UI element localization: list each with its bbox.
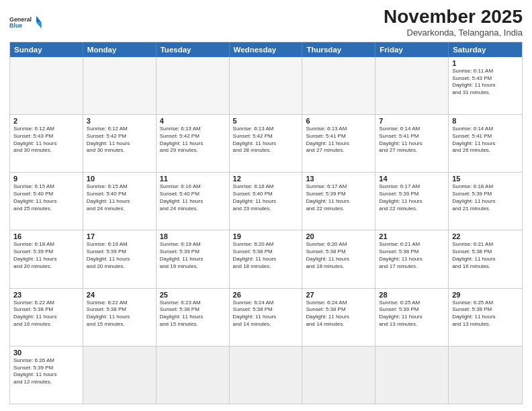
day-number: 21	[379, 232, 445, 240]
cal-cell-empty	[83, 347, 157, 404]
cal-row-0: 1Sunrise: 6:11 AMSunset: 5:43 PMDaylight…	[10, 57, 522, 114]
day-number: 4	[160, 117, 226, 125]
logo-svg: General Blue	[9, 9, 43, 35]
day-info: Sunrise: 6:21 AMSunset: 5:38 PMDaylight:…	[379, 241, 445, 270]
cal-cell-day-14: 14Sunrise: 6:17 AMSunset: 5:39 PMDayligh…	[375, 173, 449, 230]
cal-cell-day-7: 7Sunrise: 6:14 AMSunset: 5:41 PMDaylight…	[375, 115, 449, 172]
cal-cell-empty	[230, 347, 303, 404]
day-info: Sunrise: 6:18 AMSunset: 5:39 PMDaylight:…	[13, 241, 79, 270]
cal-cell-day-8: 8Sunrise: 6:14 AMSunset: 5:41 PMDaylight…	[449, 115, 522, 172]
day-info: Sunrise: 6:20 AMSunset: 5:38 PMDaylight:…	[233, 241, 299, 270]
day-number: 23	[13, 291, 79, 299]
day-number: 19	[233, 232, 299, 240]
cal-cell-day-13: 13Sunrise: 6:17 AMSunset: 5:39 PMDayligh…	[302, 173, 375, 230]
day-info: Sunrise: 6:19 AMSunset: 5:39 PMDaylight:…	[160, 241, 226, 270]
day-number: 28	[379, 291, 445, 299]
cal-cell-day-24: 24Sunrise: 6:22 AMSunset: 5:38 PMDayligh…	[83, 289, 157, 346]
day-info: Sunrise: 6:16 AMSunset: 5:40 PMDaylight:…	[233, 183, 299, 212]
day-info: Sunrise: 6:13 AMSunset: 5:42 PMDaylight:…	[160, 126, 226, 154]
cal-cell-empty	[302, 57, 375, 114]
day-number: 17	[87, 232, 152, 240]
cal-cell-day-29: 29Sunrise: 6:25 AMSunset: 5:39 PMDayligh…	[449, 289, 522, 346]
calendar: SundayMondayTuesdayWednesdayThursdayFrid…	[9, 42, 523, 404]
day-number: 26	[233, 291, 299, 299]
cal-cell-day-20: 20Sunrise: 6:20 AMSunset: 5:38 PMDayligh…	[302, 230, 375, 287]
day-info: Sunrise: 6:22 AMSunset: 5:38 PMDaylight:…	[87, 300, 152, 328]
day-number: 24	[87, 291, 152, 299]
day-info: Sunrise: 6:12 AMSunset: 5:43 PMDaylight:…	[13, 126, 79, 154]
day-info: Sunrise: 6:26 AMSunset: 5:39 PMDaylight:…	[13, 357, 79, 386]
day-info: Sunrise: 6:14 AMSunset: 5:41 PMDaylight:…	[379, 126, 445, 154]
day-info: Sunrise: 6:24 AMSunset: 5:38 PMDaylight:…	[233, 300, 299, 328]
cal-cell-empty	[302, 347, 375, 404]
calendar-header: SundayMondayTuesdayWednesdayThursdayFrid…	[10, 42, 522, 57]
day-number: 22	[452, 232, 519, 240]
cal-cell-day-19: 19Sunrise: 6:20 AMSunset: 5:38 PMDayligh…	[230, 230, 303, 287]
cal-cell-empty	[83, 57, 157, 114]
cal-header-monday: Monday	[83, 42, 157, 57]
day-info: Sunrise: 6:13 AMSunset: 5:42 PMDaylight:…	[233, 126, 299, 154]
cal-cell-day-23: 23Sunrise: 6:22 AMSunset: 5:38 PMDayligh…	[10, 289, 83, 346]
main-title: November 2025	[384, 7, 523, 28]
cal-header-sunday: Sunday	[10, 42, 83, 57]
day-info: Sunrise: 6:12 AMSunset: 5:42 PMDaylight:…	[87, 126, 152, 154]
day-number: 5	[233, 117, 299, 125]
cal-cell-day-28: 28Sunrise: 6:25 AMSunset: 5:39 PMDayligh…	[375, 289, 449, 346]
cal-cell-day-5: 5Sunrise: 6:13 AMSunset: 5:42 PMDaylight…	[230, 115, 303, 172]
cal-header-friday: Friday	[375, 42, 449, 57]
cal-cell-day-4: 4Sunrise: 6:13 AMSunset: 5:42 PMDaylight…	[157, 115, 230, 172]
day-number: 29	[452, 291, 519, 299]
header: General Blue November 2025 Devarkonda, T…	[9, 7, 523, 38]
cal-cell-day-26: 26Sunrise: 6:24 AMSunset: 5:38 PMDayligh…	[230, 289, 303, 346]
day-number: 1	[452, 59, 519, 67]
cal-cell-day-2: 2Sunrise: 6:12 AMSunset: 5:43 PMDaylight…	[10, 115, 83, 172]
day-info: Sunrise: 6:17 AMSunset: 5:39 PMDaylight:…	[306, 183, 371, 212]
cal-header-tuesday: Tuesday	[157, 42, 230, 57]
svg-text:Blue: Blue	[9, 22, 22, 29]
day-number: 9	[13, 175, 79, 183]
cal-cell-day-22: 22Sunrise: 6:21 AMSunset: 5:38 PMDayligh…	[449, 230, 522, 287]
cal-cell-day-16: 16Sunrise: 6:18 AMSunset: 5:39 PMDayligh…	[10, 230, 83, 287]
day-info: Sunrise: 6:25 AMSunset: 5:39 PMDaylight:…	[452, 300, 519, 328]
day-number: 2	[13, 117, 79, 125]
cal-header-saturday: Saturday	[449, 42, 522, 57]
day-number: 25	[160, 291, 226, 299]
day-number: 13	[306, 175, 371, 183]
cal-row-5: 30Sunrise: 6:26 AMSunset: 5:39 PMDayligh…	[10, 346, 522, 404]
cal-cell-day-17: 17Sunrise: 6:19 AMSunset: 5:39 PMDayligh…	[83, 230, 157, 287]
logo: General Blue	[9, 9, 43, 35]
day-info: Sunrise: 6:20 AMSunset: 5:38 PMDaylight:…	[306, 241, 371, 270]
day-number: 3	[87, 117, 152, 125]
cal-cell-empty	[375, 57, 449, 114]
cal-row-3: 16Sunrise: 6:18 AMSunset: 5:39 PMDayligh…	[10, 230, 522, 287]
day-number: 10	[87, 175, 152, 183]
cal-cell-empty	[375, 347, 449, 404]
day-number: 11	[160, 175, 226, 183]
cal-cell-day-15: 15Sunrise: 6:18 AMSunset: 5:39 PMDayligh…	[449, 173, 522, 230]
day-number: 30	[13, 349, 79, 357]
cal-header-thursday: Thursday	[302, 42, 375, 57]
cal-cell-day-18: 18Sunrise: 6:19 AMSunset: 5:39 PMDayligh…	[157, 230, 230, 287]
day-info: Sunrise: 6:13 AMSunset: 5:41 PMDaylight:…	[306, 126, 371, 154]
day-number: 16	[13, 232, 79, 240]
day-number: 12	[233, 175, 299, 183]
day-info: Sunrise: 6:18 AMSunset: 5:39 PMDaylight:…	[452, 183, 519, 212]
cal-cell-day-3: 3Sunrise: 6:12 AMSunset: 5:42 PMDaylight…	[83, 115, 157, 172]
cal-cell-day-30: 30Sunrise: 6:26 AMSunset: 5:39 PMDayligh…	[10, 347, 83, 404]
svg-marker-2	[36, 16, 42, 23]
day-info: Sunrise: 6:11 AMSunset: 5:43 PMDaylight:…	[452, 68, 519, 97]
title-area: November 2025 Devarkonda, Telangana, Ind…	[384, 7, 523, 38]
day-info: Sunrise: 6:15 AMSunset: 5:40 PMDaylight:…	[13, 183, 79, 212]
day-info: Sunrise: 6:24 AMSunset: 5:38 PMDaylight:…	[306, 300, 371, 328]
svg-marker-3	[36, 23, 42, 29]
cal-cell-empty	[230, 57, 303, 114]
day-number: 20	[306, 232, 371, 240]
cal-header-wednesday: Wednesday	[230, 42, 303, 57]
cal-row-4: 23Sunrise: 6:22 AMSunset: 5:38 PMDayligh…	[10, 288, 522, 346]
svg-text:General: General	[9, 16, 32, 23]
day-info: Sunrise: 6:25 AMSunset: 5:39 PMDaylight:…	[379, 300, 445, 328]
day-number: 7	[379, 117, 445, 125]
cal-cell-day-1: 1Sunrise: 6:11 AMSunset: 5:43 PMDaylight…	[449, 57, 522, 114]
day-number: 8	[452, 117, 519, 125]
day-number: 14	[379, 175, 445, 183]
